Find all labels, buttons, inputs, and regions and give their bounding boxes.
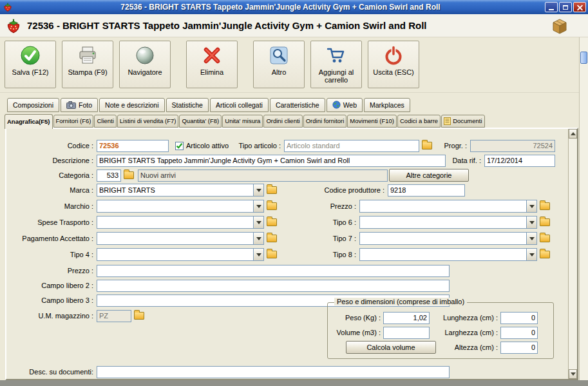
calcola-volume-button[interactable]: Calcola volume	[346, 341, 436, 354]
prezzo-combo[interactable]	[359, 200, 537, 213]
spese-trasporto-folder-icon[interactable]	[267, 218, 277, 226]
chevron-down-icon[interactable]	[526, 233, 536, 244]
tipo8-combo[interactable]	[359, 248, 537, 261]
tipo-articolo-folder-icon[interactable]	[422, 142, 432, 150]
print-button[interactable]: Stampa (F9)	[62, 41, 113, 88]
chevron-down-icon[interactable]	[526, 200, 536, 212]
add-to-cart-button[interactable]: Aggiungi al carrello	[310, 41, 362, 88]
tab-codici-a-barre[interactable]: Codici a barre	[397, 115, 441, 128]
lunghezza-input[interactable]	[500, 312, 538, 324]
desc-documenti-input[interactable]	[97, 366, 450, 378]
desc-documenti-label: Desc. su documenti:	[12, 368, 97, 376]
descrizione-row: Descrizione : Data rif. :	[12, 154, 555, 167]
chevron-down-icon[interactable]	[526, 249, 536, 260]
articolo-attivo-checkbox[interactable]	[175, 142, 184, 150]
marca-combo[interactable]: BRIGHT STARTS	[97, 184, 264, 197]
strawberry-logo-icon	[5, 17, 22, 34]
tipo4-folder-icon[interactable]	[267, 251, 277, 258]
tab-ordini-fornitori[interactable]: Ordini fornitori	[303, 115, 347, 128]
marchio-folder-icon[interactable]	[267, 202, 277, 210]
tipo7-folder-icon[interactable]	[540, 235, 550, 242]
pagamento-combo[interactable]	[97, 232, 264, 245]
tipo6-folder-icon[interactable]	[540, 218, 550, 226]
navigator-button[interactable]: Navigatore	[119, 41, 171, 88]
tab-unita-misura[interactable]: Unita' misura	[222, 115, 263, 128]
arrow-down-icon	[571, 372, 576, 378]
categoria-label: Categoria :	[12, 171, 97, 179]
window-scrollbar[interactable]	[579, 37, 588, 380]
shopping-cart-icon	[325, 43, 347, 68]
tab-movimenti[interactable]: Movimenti (F10)	[347, 115, 397, 128]
volume-input[interactable]	[383, 327, 430, 339]
desc-documenti-row: Desc. su documenti:	[12, 365, 555, 378]
um-magazzino-input[interactable]	[97, 310, 131, 322]
marca-label: Marca :	[12, 186, 97, 194]
restore-button[interactable]	[559, 2, 572, 12]
tab-documenti[interactable]: Documenti	[441, 115, 484, 128]
pagamento-folder-icon[interactable]	[267, 235, 277, 242]
chevron-down-icon[interactable]	[253, 249, 263, 260]
altezza-input[interactable]	[500, 342, 538, 354]
descrizione-input[interactable]	[97, 155, 446, 167]
panel-scrollbar[interactable]	[568, 129, 577, 379]
save-button[interactable]: Salva (F12)	[5, 41, 56, 88]
chevron-down-icon[interactable]	[253, 217, 263, 228]
bottom-edge	[0, 380, 588, 386]
um-magazzino-folder-icon[interactable]	[134, 312, 144, 320]
tab-statistiche[interactable]: Statistiche	[166, 98, 209, 112]
delete-button[interactable]: Elimina	[186, 41, 238, 88]
altre-categorie-button[interactable]: Altre categorie	[389, 169, 469, 182]
tipo6-combo[interactable]	[359, 216, 537, 229]
tab-clienti[interactable]: Clienti	[94, 115, 116, 128]
tab-caratteristiche[interactable]: Caratteristiche	[270, 98, 325, 112]
categoria-code-input[interactable]	[97, 169, 121, 182]
chevron-down-icon[interactable]	[253, 233, 263, 244]
marca-folder-icon[interactable]	[267, 186, 277, 194]
scroll-up-button[interactable]	[569, 129, 577, 139]
prezzo-input[interactable]	[97, 265, 450, 277]
marchio-combo[interactable]	[97, 200, 264, 213]
larghezza-label: Larghezza (cm) :	[430, 329, 500, 336]
tipo4-combo[interactable]	[97, 248, 264, 261]
tab-ordini-clienti[interactable]: Ordini clienti	[263, 115, 302, 128]
tipo4-label: Tipo 4 :	[12, 251, 97, 258]
tab-articoli-collegati[interactable]: Articoli collegati	[210, 98, 269, 112]
prezzo-folder-icon[interactable]	[540, 202, 550, 210]
peso-input[interactable]	[383, 312, 430, 324]
tab-note-e-descrizioni[interactable]: Note e descrizioni	[99, 98, 164, 112]
tipo7-combo[interactable]	[359, 232, 537, 245]
chevron-down-icon[interactable]	[253, 184, 263, 196]
pagamento-label: Pagamento Accettato :	[12, 235, 97, 242]
scrollbar-thumb[interactable]	[580, 52, 587, 64]
arrow-up-icon	[571, 130, 576, 135]
categoria-folder-icon[interactable]	[124, 171, 134, 179]
spese-trasporto-combo[interactable]	[97, 216, 264, 229]
tab-foto[interactable]: Foto	[61, 98, 98, 112]
secondary-tabstrip: Composizioni Foto Note e descrizioni Sta…	[0, 93, 588, 112]
spese-trasporto-row: Spese Trasporto : Tipo 6 :	[12, 216, 555, 229]
tipo4-row: Tipo 4 : Tipo 8 :	[12, 248, 555, 261]
chevron-down-icon[interactable]	[526, 217, 536, 228]
chevron-down-icon[interactable]	[253, 200, 263, 212]
close-button[interactable]	[573, 2, 586, 12]
codice-input[interactable]	[97, 140, 169, 152]
data-rif-input[interactable]	[484, 155, 555, 167]
codice-produttore-input[interactable]	[388, 184, 465, 197]
tab-composizioni[interactable]: Composizioni	[7, 98, 59, 112]
altro-button[interactable]: Altro	[253, 41, 305, 88]
tab-fornitori[interactable]: Fornitori (F6)	[53, 115, 94, 128]
tipo-articolo-label: Tipo articolo :	[234, 142, 284, 150]
larghezza-input[interactable]	[500, 327, 538, 339]
exit-button[interactable]: Uscita (ESC)	[368, 41, 419, 88]
tab-listini-di-vendita[interactable]: Listini di vendita (F7)	[117, 115, 179, 128]
campo-libero2-input[interactable]	[97, 280, 450, 292]
minimize-button[interactable]	[545, 2, 558, 12]
tab-web[interactable]: Web	[327, 98, 363, 112]
power-icon	[383, 43, 404, 68]
scroll-down-button[interactable]	[569, 369, 577, 379]
tipo8-folder-icon[interactable]	[540, 251, 550, 258]
tab-anagrafica[interactable]: Anagrafica(F5)	[5, 114, 53, 129]
tab-quantita[interactable]: Quantita' (F8)	[179, 115, 222, 128]
tipo-articolo-input[interactable]	[284, 140, 419, 152]
tab-markplaces[interactable]: Markplaces	[364, 98, 410, 112]
